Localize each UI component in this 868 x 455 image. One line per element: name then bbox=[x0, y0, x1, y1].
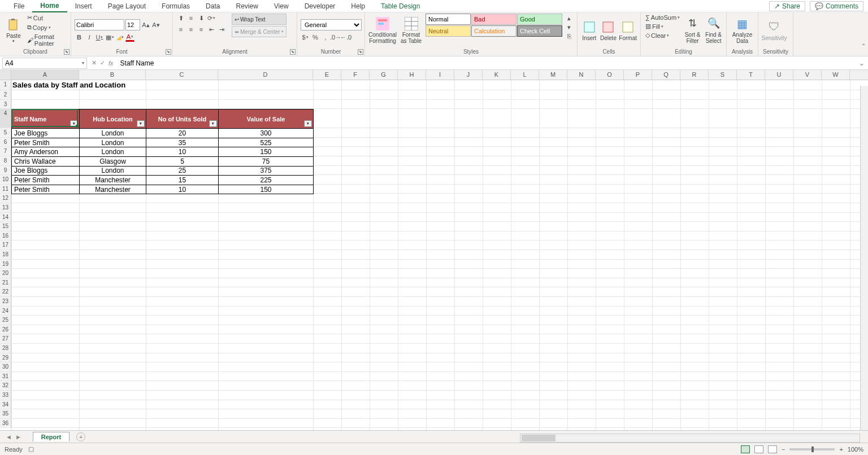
view-page-layout-icon[interactable] bbox=[754, 445, 763, 453]
delete-cells-button[interactable]: Delete bbox=[600, 14, 617, 47]
row-header-14[interactable]: 14 bbox=[0, 213, 11, 222]
cell[interactable]: 20 bbox=[146, 129, 219, 138]
col-header-A[interactable]: A bbox=[11, 70, 79, 80]
tab-review[interactable]: Review bbox=[228, 1, 266, 12]
cell[interactable]: London bbox=[80, 129, 146, 138]
table-row[interactable]: Peter SmithManchester10150 bbox=[12, 185, 314, 194]
sheet-nav-prev-icon[interactable]: ◄ bbox=[6, 434, 12, 440]
tab-data[interactable]: Data bbox=[198, 1, 228, 12]
accounting-format-icon[interactable]: $ bbox=[301, 33, 310, 42]
row-header-33[interactable]: 33 bbox=[0, 391, 11, 400]
collapse-ribbon-icon[interactable]: ⌃ bbox=[861, 43, 866, 49]
analyze-data-button[interactable]: ▦Analyze Data bbox=[730, 14, 754, 47]
row-header-23[interactable]: 23 bbox=[0, 297, 11, 307]
col-header-K[interactable]: K bbox=[483, 70, 511, 80]
col-header-P[interactable]: P bbox=[624, 70, 652, 80]
select-all-button[interactable] bbox=[0, 70, 11, 80]
underline-button[interactable]: U bbox=[95, 33, 104, 42]
cell[interactable]: 150 bbox=[219, 185, 314, 194]
insert-cells-button[interactable]: Insert bbox=[581, 14, 598, 47]
align-center-icon[interactable]: ≡ bbox=[186, 25, 196, 34]
col-header-J[interactable]: J bbox=[454, 70, 483, 80]
row-header-12[interactable]: 12 bbox=[0, 194, 11, 203]
tab-table-design[interactable]: Table Design bbox=[373, 1, 428, 12]
cell[interactable]: 150 bbox=[219, 147, 314, 157]
percent-format-icon[interactable]: % bbox=[311, 33, 320, 42]
col-header-O[interactable]: O bbox=[596, 70, 624, 80]
font-size-select[interactable] bbox=[125, 19, 140, 30]
row-header-11[interactable]: 11 bbox=[0, 185, 11, 194]
format-as-table-button[interactable]: Format as Table bbox=[399, 14, 423, 47]
clear-button[interactable]: ◇Clear▾ bbox=[644, 31, 681, 40]
cell[interactable]: Peter Smith bbox=[12, 185, 80, 194]
col-header-T[interactable]: T bbox=[737, 70, 765, 80]
col-header-H[interactable]: H bbox=[398, 70, 426, 80]
col-header-D[interactable]: D bbox=[218, 70, 313, 80]
row-header-4[interactable]: 4 bbox=[0, 109, 11, 128]
merge-center-button[interactable]: ⬌Merge & Center▾ bbox=[232, 26, 287, 37]
format-painter-button[interactable]: 🖌Format Painter bbox=[26, 33, 67, 47]
row-header-25[interactable]: 25 bbox=[0, 316, 11, 325]
cell[interactable]: 15 bbox=[146, 176, 219, 185]
zoom-slider[interactable] bbox=[789, 448, 835, 450]
tab-file[interactable]: File bbox=[6, 1, 32, 12]
row-header-13[interactable]: 13 bbox=[0, 203, 11, 213]
font-name-select[interactable] bbox=[75, 19, 124, 30]
col-header-V[interactable]: V bbox=[793, 70, 822, 80]
cell[interactable]: 525 bbox=[219, 138, 314, 147]
fx-icon[interactable]: fx bbox=[108, 60, 114, 67]
table-row[interactable]: Peter SmithManchester15225 bbox=[12, 176, 314, 185]
paste-button[interactable]: Paste▾ bbox=[3, 14, 24, 47]
cell[interactable]: 75 bbox=[219, 156, 314, 166]
copy-button[interactable]: ⧉Copy▾ bbox=[26, 23, 67, 32]
row-header-1[interactable]: 1 bbox=[0, 80, 11, 90]
tab-insert[interactable]: Insert bbox=[67, 1, 100, 12]
style-calculation[interactable]: Calculation bbox=[471, 25, 517, 37]
enter-formula-icon[interactable]: ✓ bbox=[100, 59, 105, 67]
align-top-icon[interactable]: ⬆ bbox=[176, 14, 185, 23]
align-right-icon[interactable]: ≡ bbox=[197, 25, 206, 34]
row-header-30[interactable]: 30 bbox=[0, 362, 11, 372]
increase-font-icon[interactable]: A▴ bbox=[141, 20, 150, 29]
find-select-button[interactable]: 🔍Find & Select bbox=[704, 14, 723, 47]
row-header-3[interactable]: 3 bbox=[0, 100, 11, 110]
row-header-29[interactable]: 29 bbox=[0, 353, 11, 363]
italic-button[interactable]: I bbox=[85, 33, 94, 42]
row-header-8[interactable]: 8 bbox=[0, 156, 11, 166]
cell[interactable]: London bbox=[80, 138, 146, 147]
indent-inc-icon[interactable]: ⇥ bbox=[217, 25, 226, 34]
font-color-button[interactable]: A bbox=[125, 33, 134, 42]
sheet-tab-report[interactable]: Report bbox=[33, 432, 70, 441]
col-header-S[interactable]: S bbox=[709, 70, 737, 80]
cell[interactable]: Amy Anderson bbox=[12, 147, 80, 157]
col-header-L[interactable]: L bbox=[511, 70, 539, 80]
row-header-6[interactable]: 6 bbox=[0, 138, 11, 147]
col-header-C[interactable]: C bbox=[146, 70, 218, 80]
row-header-17[interactable]: 17 bbox=[0, 240, 11, 250]
fill-color-button[interactable]: ◢ bbox=[115, 33, 124, 42]
tab-home[interactable]: Home bbox=[32, 0, 67, 12]
cell[interactable]: 25 bbox=[146, 166, 219, 176]
cell[interactable]: Peter Smith bbox=[12, 176, 80, 185]
filter-icon[interactable]: ▾ bbox=[209, 120, 217, 127]
zoom-level[interactable]: 100% bbox=[848, 446, 863, 453]
col-header-B[interactable]: B bbox=[79, 70, 146, 80]
decrease-decimal-icon[interactable]: ←.0 bbox=[341, 33, 350, 42]
table-row[interactable]: Peter SmithLondon35525 bbox=[12, 138, 314, 147]
filter-icon[interactable]: ▾ bbox=[70, 120, 78, 127]
col-header-R[interactable]: R bbox=[680, 70, 709, 80]
sort-filter-button[interactable]: ⇅Sort & Filter bbox=[683, 14, 702, 47]
table-header[interactable]: Hub Location▾ bbox=[80, 110, 146, 129]
comma-format-icon[interactable]: , bbox=[321, 33, 330, 42]
conditional-formatting-button[interactable]: Conditional Formatting bbox=[368, 14, 397, 47]
table-header[interactable]: No of Units Sold▾ bbox=[146, 110, 219, 129]
cell[interactable]: Manchester bbox=[80, 185, 146, 194]
style-bad[interactable]: Bad bbox=[471, 14, 517, 25]
row-header-5[interactable]: 5 bbox=[0, 128, 11, 138]
style-check-cell[interactable]: Check Cell bbox=[517, 25, 562, 37]
decrease-font-icon[interactable]: A▾ bbox=[151, 20, 160, 29]
tab-help[interactable]: Help bbox=[343, 1, 373, 12]
col-header-U[interactable]: U bbox=[765, 70, 793, 80]
zoom-in-icon[interactable]: + bbox=[839, 446, 843, 453]
expand-formula-icon[interactable]: ⌄ bbox=[856, 59, 868, 67]
